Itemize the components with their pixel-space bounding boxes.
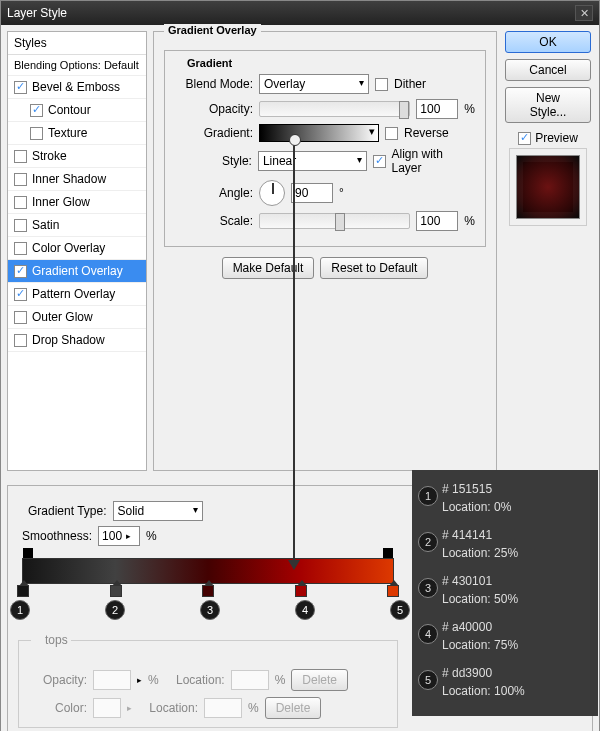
stop-opacity-input[interactable] <box>93 670 131 690</box>
info-entry: 1# 151515Location: 0% <box>442 480 594 516</box>
make-default-button[interactable]: Make Default <box>222 257 315 279</box>
cancel-button[interactable]: Cancel <box>505 59 591 81</box>
arrow-annotation <box>293 136 295 562</box>
smoothness-value[interactable]: 100▸ <box>98 526 140 546</box>
reset-default-button[interactable]: Reset to Default <box>320 257 428 279</box>
style-label: Bevel & Emboss <box>32 80 120 94</box>
info-badge: 3 <box>418 578 438 598</box>
style-item-drop-shadow[interactable]: Drop Shadow <box>8 329 146 352</box>
info-entry: 3# 430101Location: 50% <box>442 572 594 608</box>
info-badge: 4 <box>418 624 438 644</box>
scale-slider[interactable] <box>259 213 410 229</box>
gradient-bar[interactable] <box>22 558 394 584</box>
info-location: Location: 100% <box>442 682 594 700</box>
style-checkbox[interactable] <box>14 173 27 186</box>
opacity-label: Opacity: <box>175 102 253 116</box>
stops-group: tops Opacity: ▸% Location: % Delete Colo… <box>18 640 398 728</box>
angle-dial[interactable] <box>259 180 285 206</box>
close-icon[interactable]: ✕ <box>575 5 593 21</box>
reverse-label: Reverse <box>404 126 449 140</box>
align-checkbox[interactable] <box>373 155 386 168</box>
style-label: Style: <box>175 154 252 168</box>
scale-label: Scale: <box>175 214 253 228</box>
opacity-slider[interactable] <box>259 101 410 117</box>
style-item-inner-shadow[interactable]: Inner Shadow <box>8 168 146 191</box>
style-label: Satin <box>32 218 59 232</box>
style-checkbox[interactable] <box>14 196 27 209</box>
style-checkbox[interactable] <box>14 288 27 301</box>
gradient-label: Gradient: <box>175 126 253 140</box>
preview-swatch <box>516 155 580 219</box>
opacity-stop[interactable] <box>383 548 393 558</box>
info-entry: 5# dd3900Location: 100% <box>442 664 594 700</box>
delete-color-button[interactable]: Delete <box>265 697 322 719</box>
opacity-value[interactable]: 100 <box>416 99 458 119</box>
reverse-checkbox[interactable] <box>385 127 398 140</box>
style-checkbox[interactable] <box>14 242 27 255</box>
gradient-picker[interactable] <box>259 124 379 142</box>
blending-options[interactable]: Blending Options: Default <box>8 55 146 76</box>
style-label: Contour <box>48 103 91 117</box>
info-entry: 2# 414141Location: 25% <box>442 526 594 562</box>
style-item-pattern-overlay[interactable]: Pattern Overlay <box>8 283 146 306</box>
info-location: Location: 75% <box>442 636 594 654</box>
stop-badge: 5 <box>390 600 410 620</box>
stop-badge: 2 <box>105 600 125 620</box>
style-checkbox[interactable] <box>14 150 27 163</box>
style-checkbox[interactable] <box>14 219 27 232</box>
scale-value[interactable]: 100 <box>416 211 458 231</box>
stop-color-swatch[interactable] <box>93 698 121 718</box>
style-item-inner-glow[interactable]: Inner Glow <box>8 191 146 214</box>
gradient-legend: Gradient <box>183 57 236 69</box>
style-select[interactable]: Linear <box>258 151 367 171</box>
style-item-stroke[interactable]: Stroke <box>8 145 146 168</box>
style-checkbox[interactable] <box>30 104 43 117</box>
preview-checkbox[interactable] <box>518 132 531 145</box>
style-checkbox[interactable] <box>14 265 27 278</box>
style-checkbox[interactable] <box>14 311 27 324</box>
right-buttons: OK Cancel New Style... Preview <box>503 31 593 471</box>
style-item-outer-glow[interactable]: Outer Glow <box>8 306 146 329</box>
info-hex: # 414141 <box>442 526 594 544</box>
style-item-bevel-emboss[interactable]: Bevel & Emboss <box>8 76 146 99</box>
new-style-button[interactable]: New Style... <box>505 87 591 123</box>
info-location: Location: 50% <box>442 590 594 608</box>
align-label: Align with Layer <box>392 147 476 175</box>
blend-mode-select[interactable]: Overlay <box>259 74 369 94</box>
styles-list: Styles Blending Options: Default Bevel &… <box>7 31 147 471</box>
style-label: Inner Shadow <box>32 172 106 186</box>
ok-button[interactable]: OK <box>505 31 591 53</box>
style-item-satin[interactable]: Satin <box>8 214 146 237</box>
style-item-contour[interactable]: Contour <box>8 99 146 122</box>
style-checkbox[interactable] <box>14 334 27 347</box>
color-info-overlay: 1# 151515Location: 0%2# 414141Location: … <box>412 470 598 716</box>
info-hex: # 151515 <box>442 480 594 498</box>
style-label: Inner Glow <box>32 195 90 209</box>
delete-stop-button[interactable]: Delete <box>291 669 348 691</box>
style-label: Drop Shadow <box>32 333 105 347</box>
dither-label: Dither <box>394 77 426 91</box>
style-checkbox[interactable] <box>14 81 27 94</box>
stop-location2-label: Location: <box>138 701 198 715</box>
style-item-color-overlay[interactable]: Color Overlay <box>8 237 146 260</box>
styles-header[interactable]: Styles <box>8 32 146 55</box>
style-label: Stroke <box>32 149 67 163</box>
info-location: Location: 25% <box>442 544 594 562</box>
style-item-texture[interactable]: Texture <box>8 122 146 145</box>
dither-checkbox[interactable] <box>375 78 388 91</box>
style-item-gradient-overlay[interactable]: Gradient Overlay <box>8 260 146 283</box>
angle-value[interactable]: 90 <box>291 183 333 203</box>
stop-location2-input[interactable] <box>204 698 242 718</box>
stop-location-input[interactable] <box>231 670 269 690</box>
style-label: Color Overlay <box>32 241 105 255</box>
angle-label: Angle: <box>175 186 253 200</box>
blend-mode-label: Blend Mode: <box>175 77 253 91</box>
stop-opacity-label: Opacity: <box>27 673 87 687</box>
titlebar[interactable]: Layer Style ✕ <box>1 1 599 25</box>
info-location: Location: 0% <box>442 498 594 516</box>
info-entry: 4# a40000Location: 75% <box>442 618 594 654</box>
opacity-stop[interactable] <box>23 548 33 558</box>
window-title: Layer Style <box>7 6 67 20</box>
style-checkbox[interactable] <box>30 127 43 140</box>
gradient-type-select[interactable]: Solid <box>113 501 203 521</box>
